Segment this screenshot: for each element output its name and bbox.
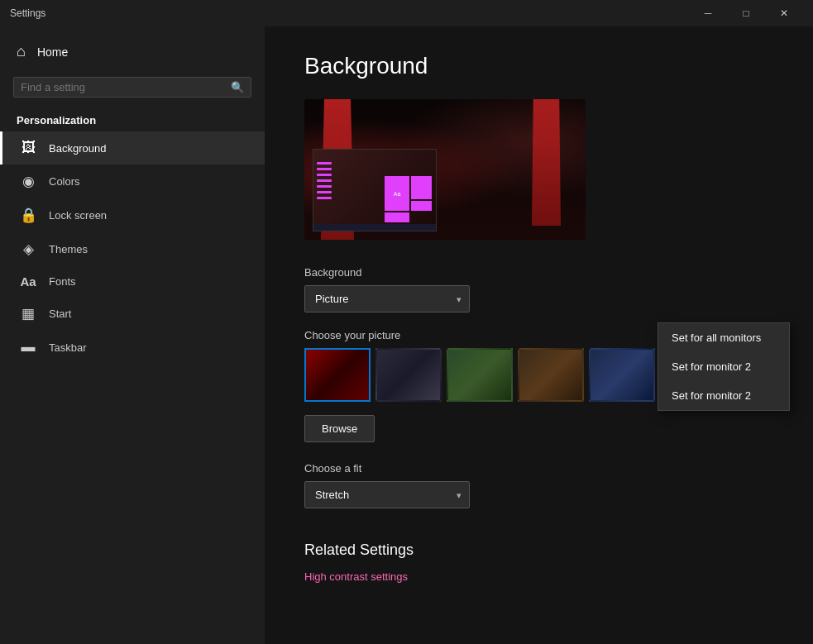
mini-line-5 bbox=[317, 185, 332, 188]
minimize-button[interactable]: ─ bbox=[689, 0, 727, 26]
app-body: ⌂ Home 🔍 Personalization 🖼 Background ◉ … bbox=[0, 26, 813, 644]
sidebar-item-start[interactable]: ▦ Start bbox=[0, 297, 265, 331]
mini-tile-small-2 bbox=[411, 201, 432, 211]
lock-icon: 🔒 bbox=[19, 207, 37, 224]
context-menu: Set for all monitors Set for monitor 2 S… bbox=[658, 322, 790, 411]
sidebar-colors-label: Colors bbox=[49, 175, 80, 188]
sidebar-background-label: Background bbox=[49, 142, 106, 155]
mini-tile-large: Aa bbox=[385, 176, 409, 211]
sidebar-home-label: Home bbox=[37, 45, 68, 59]
mini-tile-small-1 bbox=[411, 176, 432, 199]
mini-line-7 bbox=[317, 197, 332, 199]
picture-thumb-4[interactable] bbox=[518, 348, 584, 402]
background-dropdown-container: Picture Solid color Slideshow ▾ bbox=[304, 285, 470, 312]
content-area: Background Aa bbox=[265, 26, 813, 644]
search-input[interactable] bbox=[21, 81, 224, 93]
close-button[interactable]: ✕ bbox=[765, 0, 803, 26]
choose-fit-section: Choose a fit Fill Fit Stretch Tile Cente… bbox=[304, 462, 773, 508]
related-settings-title: Related Settings bbox=[304, 541, 773, 559]
taskbar-icon: ▬ bbox=[19, 339, 37, 355]
maximize-button[interactable]: □ bbox=[727, 0, 765, 26]
background-label: Background bbox=[304, 266, 773, 279]
titlebar: Settings ─ □ ✕ bbox=[0, 0, 813, 26]
sidebar-themes-label: Themes bbox=[49, 243, 88, 255]
sidebar-taskbar-label: Taskbar bbox=[49, 341, 87, 354]
fit-dropdown[interactable]: Fill Fit Stretch Tile Center Span bbox=[304, 481, 470, 508]
picture-thumb-3[interactable] bbox=[447, 348, 513, 402]
mini-start-tiles: Aa bbox=[385, 176, 432, 222]
sidebar-fonts-label: Fonts bbox=[49, 275, 76, 288]
context-menu-item-monitor-2[interactable]: Set for monitor 2 bbox=[658, 352, 789, 381]
background-dropdown[interactable]: Picture Solid color Slideshow bbox=[304, 285, 470, 312]
search-box[interactable]: 🔍 bbox=[13, 77, 251, 98]
sidebar-section-title: Personalization bbox=[0, 104, 265, 131]
picture-thumb-5[interactable] bbox=[589, 348, 655, 402]
related-settings-section: Related Settings High contrast settings bbox=[304, 541, 773, 584]
context-menu-item-monitor-2b[interactable]: Set for monitor 2 bbox=[658, 381, 789, 410]
sidebar-item-home[interactable]: ⌂ Home bbox=[0, 33, 265, 70]
mini-line-6 bbox=[317, 191, 332, 193]
sidebar-item-lock-screen[interactable]: 🔒 Lock screen bbox=[0, 198, 265, 232]
home-icon: ⌂ bbox=[17, 43, 26, 60]
mini-line-4 bbox=[317, 179, 332, 182]
context-menu-item-set-all[interactable]: Set for all monitors bbox=[658, 323, 789, 352]
themes-icon: ◈ bbox=[19, 241, 37, 258]
picture-thumb-2[interactable] bbox=[375, 348, 442, 402]
wallpaper-preview: Aa bbox=[304, 99, 586, 240]
mini-tile-small-3 bbox=[385, 212, 409, 222]
sidebar-item-fonts[interactable]: Aa Fonts bbox=[0, 266, 265, 297]
mini-line-2 bbox=[317, 168, 332, 170]
start-icon: ▦ bbox=[19, 305, 37, 322]
fit-dropdown-wrapper: Fill Fit Stretch Tile Center Span ▾ bbox=[304, 481, 470, 508]
mini-sidebar bbox=[317, 162, 332, 199]
sidebar-lockscreen-label: Lock screen bbox=[49, 209, 107, 222]
picture-thumb-1[interactable] bbox=[304, 348, 371, 402]
wallpaper-curtain-right bbox=[532, 99, 561, 226]
sidebar-start-label: Start bbox=[49, 308, 71, 320]
sidebar-item-themes[interactable]: ◈ Themes bbox=[0, 232, 265, 266]
app-title: Settings bbox=[10, 7, 45, 19]
mini-taskbar bbox=[313, 224, 436, 231]
mini-line-3 bbox=[317, 174, 332, 176]
sidebar-item-background[interactable]: 🖼 Background bbox=[0, 131, 265, 165]
browse-button[interactable]: Browse bbox=[304, 415, 375, 442]
colors-icon: ◉ bbox=[19, 173, 37, 190]
mini-desktop-preview: Aa bbox=[313, 149, 437, 231]
sidebar: ⌂ Home 🔍 Personalization 🖼 Background ◉ … bbox=[0, 26, 265, 644]
choose-fit-label: Choose a fit bbox=[304, 462, 773, 475]
sidebar-item-taskbar[interactable]: ▬ Taskbar bbox=[0, 331, 265, 364]
high-contrast-link[interactable]: High contrast settings bbox=[304, 570, 408, 583]
sidebar-item-colors[interactable]: ◉ Colors bbox=[0, 165, 265, 198]
search-icon: 🔍 bbox=[231, 81, 244, 93]
mini-line-1 bbox=[317, 162, 332, 165]
background-dropdown-section: Background Picture Solid color Slideshow… bbox=[304, 266, 773, 312]
background-icon: 🖼 bbox=[19, 140, 37, 156]
window-controls: ─ □ ✕ bbox=[689, 0, 803, 26]
page-title: Background bbox=[304, 53, 773, 79]
fonts-icon: Aa bbox=[19, 274, 37, 289]
